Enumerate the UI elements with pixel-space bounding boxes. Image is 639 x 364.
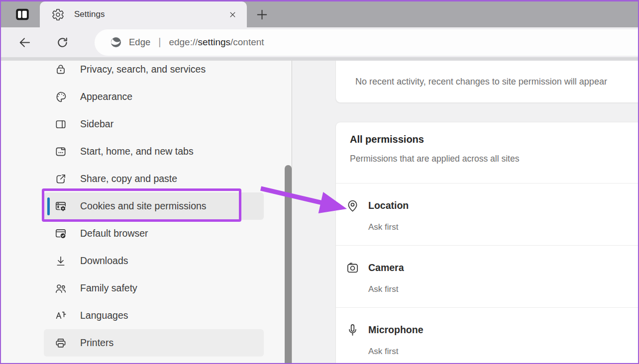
sidebar-item-label: Sidebar xyxy=(80,118,113,130)
edge-logo-icon xyxy=(109,36,122,49)
url-highlight: settings xyxy=(198,37,230,47)
lock-icon xyxy=(54,63,67,76)
sidebar-item[interactable]: Start, home, and new tabs xyxy=(44,138,264,165)
microphone-icon xyxy=(344,322,360,338)
workspaces-icon xyxy=(14,6,31,23)
download-icon xyxy=(54,255,67,268)
sidebar-item-label: Cookies and site permissions xyxy=(80,200,207,212)
sidebar-item-label: Downloads xyxy=(80,255,128,267)
palette-icon xyxy=(54,91,67,103)
settings-content-pane: No recent activity, recent changes to si… xyxy=(293,61,639,364)
window-dots-icon xyxy=(54,145,67,158)
selected-indicator xyxy=(47,197,50,215)
sidebar-item-label: Languages xyxy=(80,310,128,321)
settings-sidebar: Privacy, search, and servicesAppearanceS… xyxy=(0,61,293,364)
pane-divider xyxy=(292,61,293,364)
all-permissions-title: All permissions xyxy=(350,134,639,145)
back-arrow-icon xyxy=(18,36,31,49)
plus-icon xyxy=(256,8,268,21)
settings-page: Privacy, search, and servicesAppearanceS… xyxy=(0,61,639,364)
settings-gear-icon xyxy=(51,8,65,21)
all-permissions-subtitle: Permissions that are applied across all … xyxy=(350,154,639,164)
sidebar-item-label: Default browser xyxy=(80,228,148,239)
permission-status: Ask first xyxy=(368,347,398,357)
permission-status: Ask first xyxy=(368,222,398,232)
site-label: Edge xyxy=(129,37,150,48)
tab-actions-menu-button[interactable] xyxy=(11,4,34,24)
browser-toolbar: Edge | edge://settings/content xyxy=(0,27,639,61)
sidebar-item-label: Start, home, and new tabs xyxy=(80,146,194,157)
permission-row[interactable]: CameraAsk first xyxy=(336,245,639,307)
url-prefix: edge:// xyxy=(169,37,198,47)
sidebar-item[interactable]: Privacy, search, and services xyxy=(44,61,264,83)
permission-label: Microphone xyxy=(368,324,424,336)
tab-bar: Settings xyxy=(0,0,639,27)
sidebar-item[interactable]: Printers xyxy=(44,329,264,357)
url-text: edge://settings/content xyxy=(169,37,264,48)
sidebar-item-label: Appearance xyxy=(80,91,132,102)
refresh-button[interactable] xyxy=(55,35,70,50)
sidebar-item-label: Share, copy and paste xyxy=(80,173,177,184)
recent-activity-text: No recent activity, recent changes to si… xyxy=(355,77,607,87)
new-tab-button[interactable] xyxy=(254,7,269,22)
sidebar-item[interactable]: Default browser xyxy=(44,220,264,247)
sidebar-item-label: Family safety xyxy=(80,282,137,294)
family-icon xyxy=(54,282,67,295)
printer-icon xyxy=(54,337,67,350)
permission-status: Ask first xyxy=(368,284,398,294)
sidebar-item[interactable]: Downloads xyxy=(44,247,264,274)
sidebar-item[interactable]: Cookies and site permissions xyxy=(44,192,264,220)
close-icon xyxy=(229,11,236,18)
permissions-rows: LocationAsk firstCameraAsk firstMicropho… xyxy=(336,183,639,364)
address-bar[interactable]: Edge | edge://settings/content xyxy=(95,29,639,56)
settings-nav-list: Privacy, search, and servicesAppearanceS… xyxy=(44,61,264,357)
url-suffix: /content xyxy=(230,37,264,47)
permission-label: Camera xyxy=(368,262,404,273)
permission-row[interactable]: MicrophoneAsk first xyxy=(336,307,639,364)
refresh-icon xyxy=(56,36,69,49)
address-separator: | xyxy=(158,36,161,48)
permission-label: Location xyxy=(368,200,409,211)
sidebar-item[interactable]: Appearance xyxy=(44,83,264,110)
sidebar-item[interactable]: Share, copy and paste xyxy=(44,165,264,192)
sidebar-scrollbar[interactable] xyxy=(285,165,292,364)
sidebar-item[interactable]: Sidebar xyxy=(44,110,264,138)
location-icon xyxy=(344,197,360,213)
share-icon xyxy=(54,173,67,185)
permission-row[interactable]: LocationAsk first xyxy=(336,183,639,245)
all-permissions-header: All permissions Permissions that are app… xyxy=(336,122,639,183)
cookies-gear-icon xyxy=(54,200,67,213)
sidebar-panel-icon xyxy=(54,118,67,131)
recent-activity-card: No recent activity, recent changes to si… xyxy=(335,61,639,103)
tab-close-button[interactable] xyxy=(226,8,239,21)
browser-tab-settings[interactable]: Settings xyxy=(40,1,247,27)
sidebar-item[interactable]: Languages xyxy=(44,302,264,329)
back-button[interactable] xyxy=(17,35,32,50)
sidebar-item-label: Printers xyxy=(80,337,113,349)
tab-title: Settings xyxy=(74,9,226,19)
sidebar-item-label: Privacy, search, and services xyxy=(80,64,206,75)
all-permissions-card: All permissions Permissions that are app… xyxy=(335,122,639,364)
browser-check-icon xyxy=(54,227,67,240)
languages-icon xyxy=(54,309,67,322)
camera-icon xyxy=(344,260,360,275)
sidebar-item[interactable]: Family safety xyxy=(44,274,264,302)
